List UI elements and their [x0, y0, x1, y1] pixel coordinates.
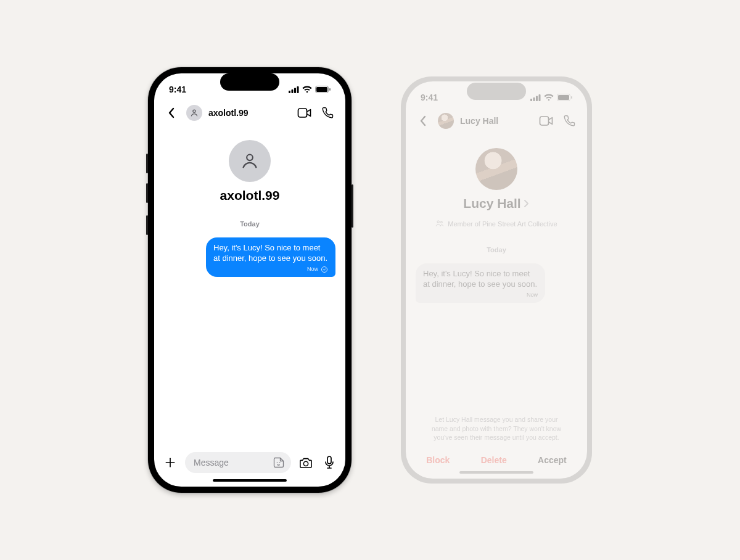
camera-icon: [299, 456, 313, 469]
svg-point-26: [441, 221, 443, 223]
message-meta: Now: [423, 292, 538, 299]
cellular-icon: [289, 86, 299, 93]
svg-rect-3: [297, 86, 299, 93]
chat-header: axolotl.99: [154, 102, 345, 126]
svg-rect-20: [539, 94, 541, 101]
delivered-icon: [321, 266, 328, 273]
chat-body: axolotl.99 Today Hey, it's Lucy! So nice…: [154, 126, 345, 448]
video-call-button[interactable]: [296, 104, 313, 121]
contact-avatar: [229, 140, 271, 182]
svg-rect-24: [540, 117, 549, 125]
chevron-right-icon: [524, 199, 530, 208]
svg-point-15: [303, 461, 308, 466]
header-avatar[interactable]: [438, 113, 454, 129]
screen: 9:41 Lucy Hall: [406, 81, 587, 479]
contact-header-block[interactable]: Lucy Hall Member of Pine Street Art Coll…: [416, 148, 577, 229]
status-indicators: [530, 94, 572, 101]
message-placeholder: Message: [194, 458, 229, 467]
block-button[interactable]: Block: [426, 455, 450, 465]
svg-rect-22: [558, 95, 569, 100]
svg-rect-2: [294, 88, 296, 93]
contact-member-line: Member of Pine Street Art Collective: [435, 220, 557, 229]
plus-icon: [164, 456, 176, 469]
status-time: 9:41: [421, 93, 438, 102]
chat-body: Lucy Hall Member of Pine Street Art Coll…: [406, 134, 587, 447]
home-indicator[interactable]: [459, 471, 533, 474]
battery-icon: [557, 94, 572, 101]
message-meta: Now: [213, 266, 328, 273]
svg-point-13: [277, 462, 278, 463]
svg-rect-23: [571, 96, 572, 99]
svg-rect-0: [289, 91, 290, 93]
svg-rect-8: [298, 109, 307, 117]
phone-icon: [564, 115, 576, 127]
message-request-text: Let Lucy Hall message you and share your…: [416, 415, 577, 442]
dynamic-island: [220, 73, 279, 91]
svg-point-25: [437, 221, 440, 223]
wifi-icon: [544, 94, 554, 101]
phone-left: 9:41 axolotl.99: [148, 67, 352, 493]
svg-point-9: [247, 155, 253, 161]
mic-button[interactable]: [321, 454, 338, 471]
add-button[interactable]: [162, 454, 179, 471]
message-bubble-incoming[interactable]: Hey, it's Lucy! So nice to meet at dinne…: [416, 263, 545, 303]
sticker-icon: [273, 456, 285, 469]
status-time: 9:41: [169, 84, 186, 94]
header-title[interactable]: Lucy Hall: [460, 116, 498, 126]
back-button[interactable]: [163, 104, 180, 121]
audio-call-button[interactable]: [561, 112, 578, 130]
message-text: Hey, it's Lucy! So nice to meet at dinne…: [213, 242, 328, 263]
message-bubble-outgoing[interactable]: Hey, it's Lucy! So nice to meet at dinne…: [206, 237, 335, 277]
svg-rect-19: [536, 96, 538, 101]
person-icon: [189, 108, 199, 118]
header-title[interactable]: axolotl.99: [208, 108, 249, 118]
svg-rect-6: [329, 88, 331, 91]
mic-icon: [324, 456, 334, 469]
svg-point-7: [193, 110, 195, 112]
svg-rect-16: [327, 456, 331, 464]
wifi-icon: [302, 86, 312, 93]
chevron-left-icon: [168, 107, 175, 118]
request-actions: Block Delete Accept: [406, 447, 587, 469]
home-indicator[interactable]: [213, 479, 287, 482]
svg-point-14: [279, 462, 281, 463]
header-avatar[interactable]: [186, 105, 202, 121]
accept-button[interactable]: Accept: [538, 455, 567, 465]
status-indicators: [289, 86, 331, 93]
message-input[interactable]: Message: [185, 452, 291, 473]
screen: 9:41 axolotl.99: [154, 73, 345, 487]
date-separator: Today: [416, 246, 577, 253]
svg-rect-1: [292, 89, 294, 93]
phone-right: 9:41 Lucy Hall: [401, 76, 592, 484]
dynamic-island: [467, 83, 526, 100]
contact-name: Lucy Hall: [463, 196, 529, 211]
chevron-left-icon: [419, 115, 427, 126]
cellular-icon: [530, 94, 541, 101]
compose-bar: Message: [154, 448, 345, 477]
message-text: Hey, it's Lucy! So nice to meet at dinne…: [423, 268, 538, 289]
group-icon: [435, 220, 444, 227]
person-icon: [239, 150, 260, 171]
video-icon: [539, 115, 554, 126]
svg-rect-17: [530, 99, 532, 101]
svg-rect-18: [533, 97, 535, 101]
svg-rect-5: [316, 87, 327, 92]
back-button[interactable]: [414, 112, 432, 130]
phone-icon: [322, 107, 334, 119]
date-separator: Today: [164, 220, 335, 228]
svg-point-10: [322, 267, 327, 273]
video-icon: [297, 107, 312, 118]
contact-avatar: [475, 148, 517, 190]
video-call-button[interactable]: [538, 112, 555, 130]
contact-header-block[interactable]: axolotl.99: [164, 140, 335, 203]
audio-call-button[interactable]: [319, 104, 337, 121]
contact-name: axolotl.99: [220, 188, 280, 203]
chat-header: Lucy Hall: [406, 110, 587, 134]
battery-icon: [315, 86, 331, 93]
camera-button[interactable]: [297, 454, 314, 471]
delete-button[interactable]: Delete: [481, 455, 507, 465]
